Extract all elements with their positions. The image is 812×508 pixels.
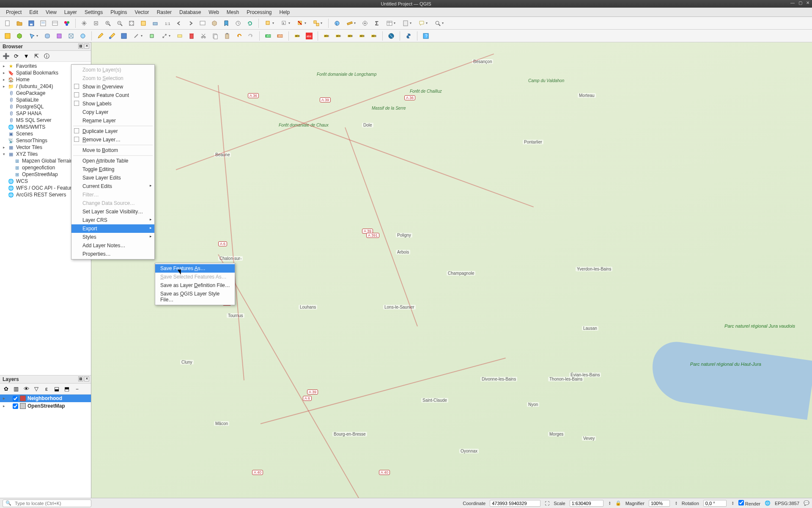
menu-item[interactable]: Styles▸: [71, 233, 154, 241]
panel-close-icon[interactable]: ✕: [84, 44, 89, 49]
zoom-out-button[interactable]: [115, 18, 125, 28]
layer-row[interactable]: ▸ Neighborhood: [0, 395, 91, 402]
save-all-edits-button[interactable]: [119, 31, 129, 41]
cut-features-button[interactable]: [198, 31, 208, 41]
toolbox-button[interactable]: [360, 18, 370, 28]
single-labels-button[interactable]: abc: [275, 31, 285, 41]
menu-layer[interactable]: Layer: [61, 8, 80, 16]
menu-web[interactable]: Web: [205, 8, 222, 16]
layer-add-group-icon[interactable]: ▥: [12, 385, 20, 393]
crs-label[interactable]: EPSG:3857: [775, 501, 799, 506]
menu-edit[interactable]: Edit: [26, 8, 41, 16]
close-icon[interactable]: ✕: [805, 0, 810, 6]
label-pin-button[interactable]: abc: [304, 31, 314, 41]
layer-row[interactable]: ▸ OpenStreetMap: [0, 402, 91, 410]
layer-expand-icon[interactable]: ⬓: [52, 385, 61, 393]
new-bookmark-button[interactable]: [221, 18, 231, 28]
new-3d-view-button[interactable]: [209, 18, 219, 28]
menu-item[interactable]: Properties…: [71, 250, 154, 258]
deselect-button[interactable]: [294, 18, 309, 28]
magnifier-input[interactable]: [649, 500, 670, 507]
label-tool-3-button[interactable]: abc: [345, 31, 355, 41]
new-geopackage-button[interactable]: [14, 31, 25, 41]
menu-item[interactable]: Layer CRS▸: [71, 216, 154, 224]
menu-project[interactable]: Project: [3, 8, 25, 16]
menu-mesh[interactable]: Mesh: [223, 8, 242, 16]
new-map-view-button[interactable]: [198, 18, 208, 28]
refresh-browser-icon[interactable]: ⟳: [12, 52, 20, 61]
menu-raster[interactable]: Raster: [154, 8, 175, 16]
toggle-editing-button[interactable]: [95, 31, 105, 41]
panel-float-icon[interactable]: ▥: [78, 44, 83, 49]
show-layout-manager-button[interactable]: [50, 18, 60, 28]
layer-collapse-icon[interactable]: ⬒: [63, 385, 71, 393]
identify-button[interactable]: i: [332, 18, 342, 28]
properties-icon[interactable]: ⓘ: [42, 52, 51, 61]
no-labels-button[interactable]: abc: [263, 31, 273, 41]
copy-features-button[interactable]: [210, 31, 220, 41]
locator-input[interactable]: [13, 500, 88, 506]
scale-input[interactable]: [570, 500, 604, 507]
statistics-button[interactable]: Σ: [372, 18, 382, 28]
menu-item[interactable]: Copy Layer: [71, 108, 154, 116]
annotation-button[interactable]: [432, 18, 446, 28]
menu-item[interactable]: Move to Bottom: [71, 146, 154, 155]
render-checkbox[interactable]: Render: [738, 500, 760, 506]
add-layer-icon[interactable]: ➕: [2, 52, 10, 61]
layer-expression-icon[interactable]: ε: [42, 385, 51, 393]
label-tool-5-button[interactable]: abc: [369, 31, 379, 41]
panel-float-icon[interactable]: ▥: [78, 376, 83, 381]
new-mesh-button[interactable]: [66, 31, 76, 41]
zoom-selection-button[interactable]: [138, 18, 148, 28]
select-by-value-button[interactable]: ε: [278, 18, 293, 28]
select-all-button[interactable]: [310, 18, 325, 28]
zoom-layer-button[interactable]: [150, 18, 160, 28]
menu-item[interactable]: Duplicate Layer: [71, 127, 154, 135]
menu-item[interactable]: Show Labels: [71, 99, 154, 108]
label-tool-2-button[interactable]: abc: [333, 31, 343, 41]
menu-item[interactable]: Export▸: [71, 224, 154, 233]
panel-close-icon[interactable]: ✕: [84, 376, 89, 381]
filter-browser-icon[interactable]: ▼: [22, 52, 30, 61]
layer-filter-icon[interactable]: ▽: [32, 385, 41, 393]
python-console-button[interactable]: [403, 31, 414, 41]
paste-features-button[interactable]: [222, 31, 232, 41]
menu-item[interactable]: Add Layer Notes…: [71, 241, 154, 250]
menu-item[interactable]: Current Edits▸: [71, 182, 154, 190]
layer-style-icon[interactable]: ✿: [2, 385, 10, 393]
vertex-tool-button[interactable]: [159, 31, 173, 41]
menu-item[interactable]: Set Layer Scale Visibility…: [71, 207, 154, 216]
digitize-button[interactable]: [131, 31, 145, 41]
layers-tree[interactable]: ▸ Neighborhood▸ OpenStreetMap: [0, 395, 91, 498]
save-edits-button[interactable]: [107, 31, 117, 41]
new-gps-button[interactable]: [78, 31, 88, 41]
new-shapefile-button[interactable]: [26, 31, 41, 41]
submenu-item[interactable]: Save as Layer Definition File…: [155, 281, 235, 290]
rotation-input[interactable]: [703, 500, 727, 507]
messages-icon[interactable]: 💬: [804, 500, 809, 506]
menu-plugins[interactable]: Plugins: [107, 8, 130, 16]
data-source-manager-button[interactable]: [3, 31, 13, 41]
menu-item[interactable]: Rename Layer: [71, 116, 154, 125]
extents-icon[interactable]: ⛶: [545, 501, 549, 506]
delete-selected-button[interactable]: [187, 31, 197, 41]
redo-button[interactable]: [246, 31, 256, 41]
menu-database[interactable]: Database: [176, 8, 204, 16]
style-manager-button[interactable]: [62, 18, 72, 28]
menu-view[interactable]: View: [42, 8, 60, 16]
collapse-all-icon[interactable]: ⇱: [32, 52, 41, 61]
zoom-native-button[interactable]: 1:1: [162, 18, 172, 28]
select-features-button[interactable]: [262, 18, 277, 28]
temporal-button[interactable]: [233, 18, 243, 28]
undo-button[interactable]: [234, 31, 244, 41]
zoom-next-button[interactable]: [186, 18, 196, 28]
measure-button[interactable]: [344, 18, 358, 28]
locator-box[interactable]: 🔍: [3, 500, 91, 507]
map-tips-button[interactable]: [416, 18, 430, 28]
pan-button[interactable]: [79, 18, 89, 28]
layer-visibility-icon[interactable]: 👁: [22, 385, 30, 393]
menu-help[interactable]: Help: [276, 8, 294, 16]
pan-to-selection-button[interactable]: [91, 18, 101, 28]
crs-icon[interactable]: 🌐: [765, 500, 771, 506]
submenu-item[interactable]: Save as QGIS Layer Style File…: [155, 290, 235, 304]
